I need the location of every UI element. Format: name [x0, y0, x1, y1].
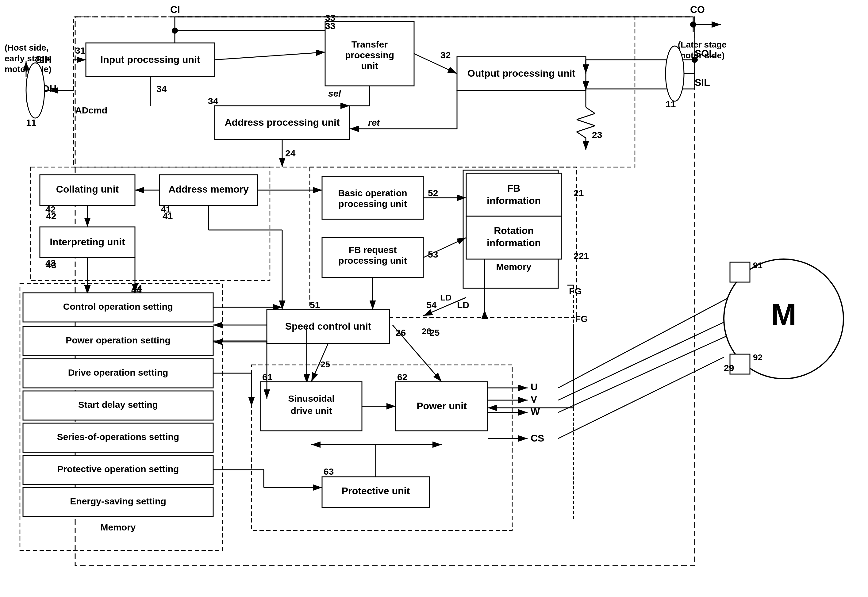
svg-rect-111	[23, 423, 213, 452]
svg-line-197	[311, 343, 328, 382]
svg-text:54: 54	[427, 300, 437, 310]
svg-text:31: 31	[75, 45, 85, 55]
svg-text:information: information	[487, 237, 541, 248]
svg-text:63: 63	[324, 466, 334, 477]
svg-text:43: 43	[46, 260, 56, 270]
svg-point-15	[690, 21, 696, 28]
svg-rect-21	[325, 21, 414, 86]
svg-rect-19	[86, 43, 215, 77]
svg-text:51: 51	[310, 300, 320, 310]
svg-text:M: M	[771, 297, 796, 331]
svg-text:SIH: SIH	[35, 54, 52, 65]
svg-rect-56	[40, 175, 135, 205]
svg-point-44	[692, 57, 698, 63]
svg-rect-27	[215, 106, 350, 140]
diagram-container: Input processing unit Transfer processin…	[0, 0, 868, 597]
svg-point-144	[724, 259, 843, 379]
svg-rect-148	[730, 354, 750, 374]
svg-text:42: 42	[46, 211, 56, 221]
svg-text:U: U	[531, 382, 538, 392]
svg-text:ADcmd: ADcmd	[75, 105, 107, 115]
svg-text:Memory: Memory	[100, 522, 135, 532]
svg-rect-122	[396, 382, 488, 431]
svg-text:Control operation setting: Control operation setting	[63, 301, 173, 312]
svg-rect-109	[23, 391, 213, 420]
svg-text:unit: unit	[361, 61, 378, 71]
svg-text:Protective unit: Protective unit	[342, 486, 410, 496]
svg-line-50	[577, 113, 595, 120]
svg-text:Address memory: Address memory	[168, 184, 249, 195]
svg-line-140	[558, 291, 741, 388]
svg-text:LD: LD	[440, 293, 452, 302]
svg-rect-5	[31, 167, 270, 281]
svg-text:processing unit: processing unit	[338, 255, 407, 266]
svg-text:33: 33	[325, 13, 335, 23]
svg-text:44: 44	[131, 285, 142, 295]
svg-text:Memory: Memory	[496, 261, 531, 272]
svg-text:CS: CS	[531, 433, 544, 444]
svg-text:W: W	[531, 406, 540, 417]
svg-text:41: 41	[162, 211, 173, 221]
svg-text:CI: CI	[170, 4, 180, 15]
svg-text:Input processing unit: Input processing unit	[100, 54, 200, 65]
svg-text:Output processing unit: Output processing unit	[467, 68, 575, 79]
svg-text:SOL: SOL	[695, 48, 715, 59]
svg-text:26: 26	[422, 327, 431, 336]
svg-text:sel: sel	[328, 88, 341, 98]
svg-rect-8	[20, 284, 222, 550]
svg-text:52: 52	[428, 188, 438, 198]
svg-text:25: 25	[430, 327, 440, 338]
svg-text:Series-of-operations setting: Series-of-operations setting	[57, 432, 179, 442]
svg-line-141	[558, 314, 741, 400]
svg-text:FG: FG	[575, 314, 588, 324]
svg-text:61: 61	[262, 372, 272, 382]
svg-text:34: 34	[156, 84, 167, 94]
svg-text:42: 42	[45, 204, 55, 214]
svg-text:Transfer: Transfer	[351, 39, 388, 49]
svg-text:24: 24	[285, 148, 296, 158]
svg-rect-6	[310, 167, 577, 317]
svg-rect-7	[463, 170, 558, 288]
svg-text:62: 62	[397, 372, 407, 382]
svg-rect-71	[322, 176, 423, 219]
svg-line-49	[586, 107, 595, 113]
svg-text:processing unit: processing unit	[338, 199, 407, 209]
svg-text:(Later stage: (Later stage	[678, 40, 727, 49]
svg-rect-105	[23, 327, 213, 356]
svg-text:Address processing unit: Address processing unit	[224, 117, 340, 128]
svg-text:25: 25	[321, 360, 330, 369]
svg-text:Drive operation setting: Drive operation setting	[68, 367, 168, 377]
svg-text:21: 21	[574, 188, 584, 198]
svg-text:32: 32	[440, 50, 450, 60]
svg-text:ret: ret	[368, 117, 380, 128]
svg-text:Interpreting unit: Interpreting unit	[50, 236, 125, 248]
svg-text:33: 33	[325, 21, 335, 31]
svg-rect-60	[40, 227, 135, 258]
svg-text:Power operation setting: Power operation setting	[65, 335, 171, 345]
svg-text:34: 34	[208, 96, 218, 106]
svg-text:26: 26	[396, 327, 406, 338]
svg-line-142	[558, 330, 741, 413]
svg-text:LD: LD	[457, 300, 469, 310]
svg-text:CO: CO	[690, 4, 705, 15]
svg-text:221: 221	[574, 251, 589, 261]
svg-rect-107	[23, 359, 213, 388]
svg-line-93	[423, 238, 466, 258]
svg-rect-79	[267, 310, 389, 343]
svg-rect-9	[251, 365, 512, 530]
svg-rect-113	[23, 455, 213, 484]
svg-rect-83	[466, 173, 561, 216]
svg-text:early stage: early stage	[4, 53, 49, 63]
svg-rect-125	[322, 477, 430, 508]
svg-line-52	[577, 126, 595, 132]
svg-text:92: 92	[753, 353, 762, 362]
svg-rect-102	[23, 293, 213, 322]
svg-line-53	[577, 132, 586, 138]
diagram-svg: Input processing unit Transfer processin…	[0, 0, 868, 597]
svg-rect-86	[466, 216, 561, 259]
svg-line-143	[558, 357, 724, 438]
svg-text:FB: FB	[507, 183, 520, 194]
svg-text:41: 41	[161, 204, 171, 214]
svg-text:V: V	[531, 394, 537, 405]
svg-text:11: 11	[666, 99, 676, 109]
